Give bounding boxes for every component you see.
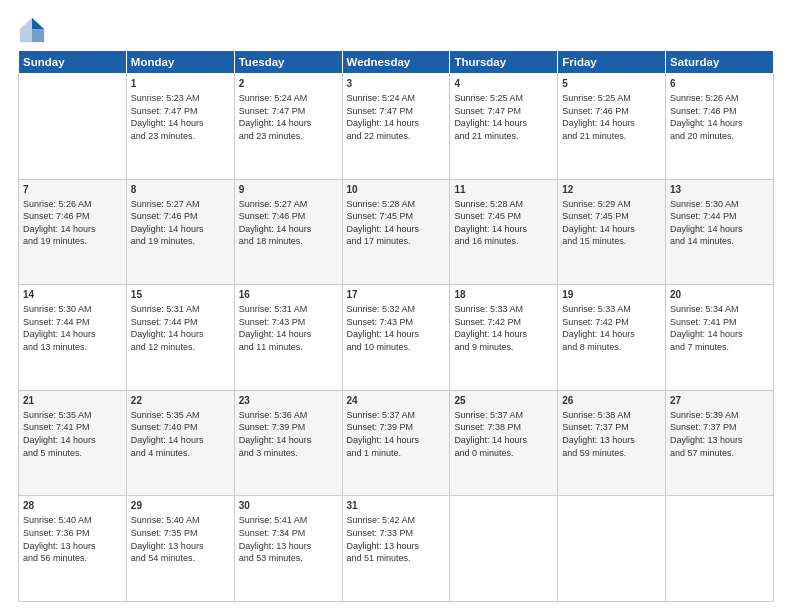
day-number: 20 [670,288,769,302]
day-number: 29 [131,499,230,513]
day-number: 13 [670,183,769,197]
day-number: 26 [562,394,661,408]
calendar-table: SundayMondayTuesdayWednesdayThursdayFrid… [18,50,774,602]
calendar-cell: 20Sunrise: 5:34 AMSunset: 7:41 PMDayligh… [666,285,774,391]
day-number: 12 [562,183,661,197]
day-number: 4 [454,77,553,91]
calendar-cell [450,496,558,602]
calendar-cell: 12Sunrise: 5:29 AMSunset: 7:45 PMDayligh… [558,179,666,285]
day-number: 21 [23,394,122,408]
svg-marker-2 [20,18,32,42]
calendar-cell: 14Sunrise: 5:30 AMSunset: 7:44 PMDayligh… [19,285,127,391]
weekday-header-thursday: Thursday [450,51,558,74]
calendar-cell: 5Sunrise: 5:25 AMSunset: 7:46 PMDaylight… [558,74,666,180]
calendar-cell: 31Sunrise: 5:42 AMSunset: 7:33 PMDayligh… [342,496,450,602]
day-number: 25 [454,394,553,408]
day-number: 1 [131,77,230,91]
day-number: 15 [131,288,230,302]
calendar-cell: 13Sunrise: 5:30 AMSunset: 7:44 PMDayligh… [666,179,774,285]
calendar-cell: 26Sunrise: 5:38 AMSunset: 7:37 PMDayligh… [558,390,666,496]
day-number: 9 [239,183,338,197]
calendar-cell: 6Sunrise: 5:26 AMSunset: 7:46 PMDaylight… [666,74,774,180]
day-number: 19 [562,288,661,302]
calendar-cell: 2Sunrise: 5:24 AMSunset: 7:47 PMDaylight… [234,74,342,180]
week-row-4: 28Sunrise: 5:40 AMSunset: 7:36 PMDayligh… [19,496,774,602]
weekday-header-tuesday: Tuesday [234,51,342,74]
page: SundayMondayTuesdayWednesdayThursdayFrid… [0,0,792,612]
weekday-header-sunday: Sunday [19,51,127,74]
calendar-cell: 1Sunrise: 5:23 AMSunset: 7:47 PMDaylight… [126,74,234,180]
calendar-cell: 15Sunrise: 5:31 AMSunset: 7:44 PMDayligh… [126,285,234,391]
calendar-cell: 17Sunrise: 5:32 AMSunset: 7:43 PMDayligh… [342,285,450,391]
day-number: 28 [23,499,122,513]
calendar-cell: 4Sunrise: 5:25 AMSunset: 7:47 PMDaylight… [450,74,558,180]
day-number: 17 [347,288,446,302]
weekday-header-monday: Monday [126,51,234,74]
day-number: 3 [347,77,446,91]
day-number: 6 [670,77,769,91]
day-number: 24 [347,394,446,408]
calendar-cell: 30Sunrise: 5:41 AMSunset: 7:34 PMDayligh… [234,496,342,602]
weekday-header-saturday: Saturday [666,51,774,74]
weekday-header-row: SundayMondayTuesdayWednesdayThursdayFrid… [19,51,774,74]
calendar-cell: 7Sunrise: 5:26 AMSunset: 7:46 PMDaylight… [19,179,127,285]
day-number: 11 [454,183,553,197]
calendar-cell [666,496,774,602]
day-number: 5 [562,77,661,91]
day-number: 22 [131,394,230,408]
calendar-cell: 8Sunrise: 5:27 AMSunset: 7:46 PMDaylight… [126,179,234,285]
calendar-cell: 11Sunrise: 5:28 AMSunset: 7:45 PMDayligh… [450,179,558,285]
calendar-cell: 3Sunrise: 5:24 AMSunset: 7:47 PMDaylight… [342,74,450,180]
day-number: 10 [347,183,446,197]
weekday-header-wednesday: Wednesday [342,51,450,74]
day-number: 7 [23,183,122,197]
day-number: 14 [23,288,122,302]
calendar-cell: 22Sunrise: 5:35 AMSunset: 7:40 PMDayligh… [126,390,234,496]
calendar-cell: 19Sunrise: 5:33 AMSunset: 7:42 PMDayligh… [558,285,666,391]
header [18,16,774,44]
calendar-cell: 28Sunrise: 5:40 AMSunset: 7:36 PMDayligh… [19,496,127,602]
day-number: 16 [239,288,338,302]
day-number: 27 [670,394,769,408]
calendar-cell: 10Sunrise: 5:28 AMSunset: 7:45 PMDayligh… [342,179,450,285]
calendar-cell: 23Sunrise: 5:36 AMSunset: 7:39 PMDayligh… [234,390,342,496]
weekday-header-friday: Friday [558,51,666,74]
calendar-cell: 16Sunrise: 5:31 AMSunset: 7:43 PMDayligh… [234,285,342,391]
day-number: 31 [347,499,446,513]
calendar-cell: 21Sunrise: 5:35 AMSunset: 7:41 PMDayligh… [19,390,127,496]
week-row-0: 1Sunrise: 5:23 AMSunset: 7:47 PMDaylight… [19,74,774,180]
week-row-3: 21Sunrise: 5:35 AMSunset: 7:41 PMDayligh… [19,390,774,496]
calendar-cell: 18Sunrise: 5:33 AMSunset: 7:42 PMDayligh… [450,285,558,391]
day-number: 30 [239,499,338,513]
week-row-2: 14Sunrise: 5:30 AMSunset: 7:44 PMDayligh… [19,285,774,391]
logo [18,16,50,44]
logo-icon [18,16,46,44]
svg-marker-0 [32,18,44,29]
day-number: 18 [454,288,553,302]
calendar-cell [19,74,127,180]
day-number: 23 [239,394,338,408]
calendar-cell: 27Sunrise: 5:39 AMSunset: 7:37 PMDayligh… [666,390,774,496]
day-number: 2 [239,77,338,91]
calendar-cell: 9Sunrise: 5:27 AMSunset: 7:46 PMDaylight… [234,179,342,285]
day-number: 8 [131,183,230,197]
calendar-cell: 29Sunrise: 5:40 AMSunset: 7:35 PMDayligh… [126,496,234,602]
calendar-cell: 24Sunrise: 5:37 AMSunset: 7:39 PMDayligh… [342,390,450,496]
week-row-1: 7Sunrise: 5:26 AMSunset: 7:46 PMDaylight… [19,179,774,285]
svg-marker-1 [32,29,44,42]
calendar-cell: 25Sunrise: 5:37 AMSunset: 7:38 PMDayligh… [450,390,558,496]
calendar-cell [558,496,666,602]
